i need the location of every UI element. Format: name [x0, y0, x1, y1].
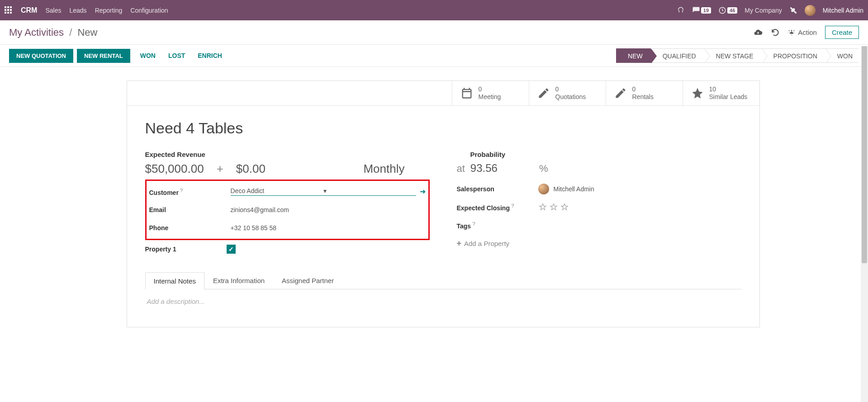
nav-configuration[interactable]: Configuration: [130, 7, 168, 14]
stat-rentals[interactable]: 0Rentals: [606, 81, 683, 105]
stat-meeting[interactable]: 0Meeting: [452, 81, 529, 105]
stage-qualified[interactable]: QUALIFIED: [651, 48, 704, 63]
email-value[interactable]: zinions4@gmail.com: [231, 206, 426, 213]
scrollbar[interactable]: [861, 46, 868, 327]
calendar-icon: [460, 87, 473, 99]
won-button[interactable]: WON: [134, 48, 162, 63]
create-button[interactable]: Create: [825, 26, 859, 39]
tabs: Internal Notes Extra Information Assigne…: [145, 272, 741, 289]
tab-content: Add a description...: [145, 289, 741, 313]
plus-icon: +: [217, 162, 223, 176]
stage-pipeline: NEW QUALIFIED NEW STAGE PROPOSITION WON: [616, 48, 859, 63]
customer-field[interactable]: Deco Addict ▾: [231, 187, 416, 196]
priority-stars[interactable]: [538, 203, 741, 212]
top-navbar: CRM Sales Leads Reporting Configuration …: [0, 0, 868, 20]
external-link-icon[interactable]: ➜: [420, 187, 426, 196]
stage-new-stage[interactable]: NEW STAGE: [704, 48, 762, 63]
breadcrumb-current: New: [77, 27, 97, 38]
scrollbar-thumb[interactable]: [862, 46, 867, 263]
star-icon[interactable]: [560, 203, 569, 212]
phone-label: Phone: [149, 224, 231, 232]
salesperson-value[interactable]: Mitchell Admin: [538, 184, 741, 194]
edit-icon: [537, 87, 550, 99]
phone-icon[interactable]: [677, 6, 685, 14]
apps-icon[interactable]: [5, 6, 13, 14]
stage-new[interactable]: NEW: [616, 48, 651, 63]
add-property-button[interactable]: + Add a Property: [457, 239, 741, 248]
nav-reporting[interactable]: Reporting: [95, 7, 123, 14]
star-icon[interactable]: [538, 203, 547, 212]
undo-icon[interactable]: [771, 28, 780, 37]
tags-label: Tags?: [457, 221, 538, 230]
chevron-down-icon[interactable]: ▾: [323, 187, 416, 194]
revenue-value[interactable]: $50,000.00: [145, 162, 204, 176]
probability-label: Probability: [470, 151, 741, 158]
company-selector[interactable]: My Company: [745, 7, 782, 14]
stat-row: 0Meeting 0Quotations 0Rentals 10Similar …: [127, 81, 759, 106]
email-label: Email: [149, 206, 231, 213]
lead-title[interactable]: Need 4 Tables: [145, 119, 741, 137]
clock-badge: 46: [727, 7, 737, 14]
new-quotation-button[interactable]: NEW QUOTATION: [9, 49, 73, 63]
user-name[interactable]: Mitchell Admin: [823, 7, 863, 14]
breadcrumb-root[interactable]: My Activities: [9, 27, 64, 38]
tab-extra-information[interactable]: Extra Information: [204, 272, 273, 289]
action-dropdown[interactable]: Action: [788, 28, 817, 36]
property1-label: Property 1: [145, 246, 227, 253]
lost-button[interactable]: LOST: [162, 48, 191, 63]
breadcrumb: My Activities / New: [9, 27, 97, 38]
probability-at: at: [457, 163, 465, 175]
clock-icon[interactable]: 46: [718, 6, 737, 14]
chat-badge: 19: [701, 7, 711, 14]
star-icon[interactable]: [549, 203, 558, 212]
probability-pct: %: [539, 163, 548, 175]
form-sheet: 0Meeting 0Quotations 0Rentals 10Similar …: [127, 80, 760, 327]
revenue-period[interactable]: Monthly: [363, 162, 429, 176]
recurring-revenue-value[interactable]: $0.00: [236, 162, 266, 176]
edit-icon: [614, 87, 627, 99]
star-icon: [691, 87, 704, 99]
enrich-button[interactable]: ENRICH: [191, 48, 228, 63]
customer-label: Customer?: [149, 187, 231, 196]
property1-checkbox[interactable]: [227, 245, 236, 254]
chat-icon[interactable]: 19: [692, 6, 711, 14]
expected-revenue-label: Expected Revenue: [145, 151, 430, 158]
breadcrumb-row: My Activities / New Action Create: [0, 20, 868, 45]
new-rental-button[interactable]: NEW RENTAL: [77, 49, 130, 63]
tools-icon[interactable]: [789, 6, 797, 14]
phone-value[interactable]: +32 10 58 85 58: [231, 224, 426, 232]
probability-value[interactable]: 93.56: [470, 162, 498, 175]
expected-closing-label: Expected Closing?: [457, 203, 538, 212]
user-avatar[interactable]: [805, 5, 816, 16]
salesperson-label: Salesperson: [457, 185, 538, 193]
salesperson-avatar: [538, 184, 549, 194]
nav-leads[interactable]: Leads: [69, 7, 86, 14]
svg-point-1: [791, 32, 792, 33]
stage-proposition[interactable]: PROPOSITION: [762, 48, 825, 63]
description-input[interactable]: Add a description...: [147, 298, 740, 305]
stage-row: NEW QUOTATION NEW RENTAL WON LOST ENRICH…: [0, 45, 868, 67]
nav-sales[interactable]: Sales: [45, 7, 61, 14]
highlight-box: Customer? Deco Addict ▾ ➜ Email: [145, 180, 430, 240]
stat-quotations[interactable]: 0Quotations: [529, 81, 606, 105]
cloud-upload-icon[interactable]: [754, 28, 763, 37]
navbar-brand[interactable]: CRM: [21, 6, 37, 14]
tab-internal-notes[interactable]: Internal Notes: [145, 272, 204, 289]
tab-assigned-partner[interactable]: Assigned Partner: [273, 272, 342, 289]
stat-similar-leads[interactable]: 10Similar Leads: [683, 81, 759, 105]
